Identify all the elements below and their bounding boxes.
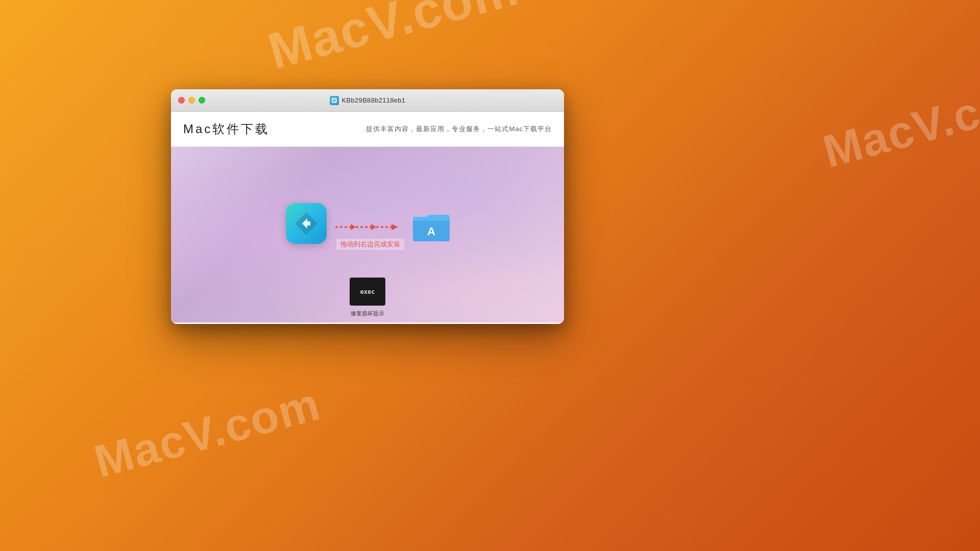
- window-icon: [330, 96, 339, 105]
- svg-marker-6: [351, 224, 356, 230]
- svg-text:A: A: [427, 225, 435, 238]
- exec-icon[interactable]: exec: [350, 278, 385, 306]
- site-title: Mac软件下载: [183, 121, 270, 137]
- watermark-right: MacV.co: [818, 79, 980, 178]
- arrow-area: 拖动到右边完成安装: [329, 216, 411, 250]
- arrows-svg: [334, 216, 406, 239]
- drag-instruction-label: 拖动到右边完成安装: [336, 239, 404, 250]
- maximize-button[interactable]: [199, 97, 205, 104]
- exec-label: 修复损坏提示: [351, 310, 384, 317]
- svg-rect-3: [333, 102, 335, 102]
- svg-rect-2: [333, 101, 336, 101]
- site-subtitle: 提供丰富内容，最新应用，专业服务，一站式Mac下载平台: [366, 124, 552, 134]
- app-icon-svg: [292, 209, 321, 238]
- title-bar: KBb29B88b2118eb1: [171, 89, 564, 112]
- minimize-button[interactable]: [188, 97, 195, 104]
- app-icon[interactable]: [286, 203, 327, 244]
- exec-icon-wrapper: exec 修复损坏提示: [350, 278, 385, 317]
- installer-window: KBb29B88b2118eb1 Mac软件下载 提供丰富内容，最新应用，专业服…: [171, 89, 564, 324]
- svg-marker-8: [371, 224, 376, 230]
- close-button[interactable]: [178, 97, 185, 104]
- svg-marker-10: [391, 224, 398, 230]
- watermark-bottom-left: MacV.com: [89, 378, 326, 488]
- folder-icon-svg: A: [411, 210, 452, 245]
- install-area: AudFree Tidable Music Converter 拖动到右边完成安…: [171, 147, 564, 322]
- traffic-lights: [178, 97, 205, 104]
- window-header: Mac软件下载 提供丰富内容，最新应用，专业服务，一站式Mac下载平台: [171, 112, 564, 147]
- watermark-top: MacV.com: [262, 0, 525, 81]
- exec-text: exec: [360, 288, 375, 295]
- window-title: KBb29B88b2118eb1: [342, 96, 406, 104]
- svg-rect-1: [333, 99, 336, 100]
- applications-icon[interactable]: A: [411, 207, 452, 248]
